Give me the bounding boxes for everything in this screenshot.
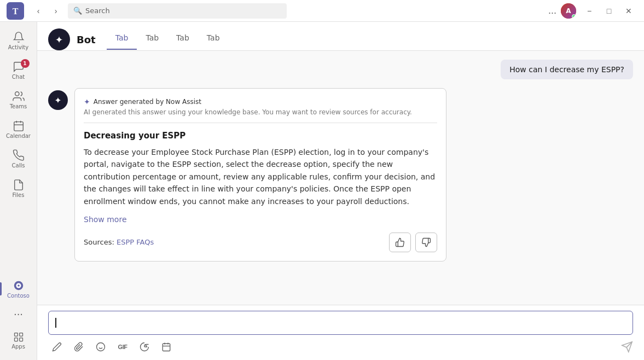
apps-icon (13, 332, 24, 342)
activity-icon (13, 31, 25, 43)
window-controls: − □ ✕ (581, 3, 637, 19)
ai-badge-text: Answer generated by Now Assist (94, 98, 201, 106)
sidebar: Activity 1 Chat Teams (0, 22, 37, 360)
tab-4[interactable]: Tab (198, 29, 229, 50)
calendar-icon (13, 120, 25, 132)
search-icon: 🔍 (73, 7, 82, 15)
schedule-button[interactable] (158, 339, 175, 355)
response-card: ✦ Answer generated by Now Assist AI gene… (74, 88, 446, 262)
format-button[interactable] (48, 339, 66, 355)
chat-badge: 1 (21, 59, 30, 68)
contoso-icon (13, 280, 25, 292)
svg-rect-11 (19, 333, 22, 336)
titlebar-right: ... A − □ ✕ (548, 3, 637, 19)
minimize-button[interactable]: − (581, 3, 598, 19)
sidebar-item-teams-label: Teams (10, 103, 27, 109)
search-placeholder: Search (85, 7, 110, 15)
sidebar-item-teams[interactable]: Teams (4, 85, 33, 114)
calls-icon (13, 149, 25, 161)
sidebar-item-contoso[interactable]: Contoso (4, 275, 33, 303)
feedback-buttons (389, 233, 437, 252)
svg-point-14 (97, 343, 105, 351)
sidebar-item-calls[interactable]: Calls (4, 144, 33, 173)
input-cursor (55, 318, 56, 328)
chat-area: How can I decrease my ESPP? ✦ ✦ Answer g… (37, 51, 644, 305)
input-toolbar: GIF (48, 339, 633, 355)
sidebar-item-calendar[interactable]: Calendar (4, 115, 33, 143)
sidebar-item-calls-label: Calls (12, 162, 25, 169)
titlebar: T ‹ › 🔍 Search ... A − □ ✕ (0, 0, 644, 22)
svg-point-2 (15, 91, 19, 95)
more-options-button[interactable]: ... (548, 5, 556, 16)
svg-rect-17 (163, 344, 170, 351)
sidebar-item-apps-label: Apps (11, 344, 25, 350)
bot-avatar: ✦ (48, 28, 70, 50)
sidebar-item-files-label: Files (13, 192, 25, 198)
sources: Sources: ESPP FAQs (84, 238, 154, 246)
gif-button[interactable]: GIF (114, 339, 131, 355)
close-button[interactable]: ✕ (620, 3, 637, 19)
ai-badge-icon: ✦ (84, 97, 90, 106)
tab-1[interactable]: Tab (107, 29, 137, 50)
ai-badge: ✦ Answer generated by Now Assist (84, 97, 437, 106)
response-footer: Sources: ESPP FAQs (84, 233, 437, 252)
user-bubble: How can I decrease my ESPP? (501, 60, 633, 79)
thumbs-down-button[interactable] (415, 233, 437, 252)
svg-point-9 (18, 284, 20, 287)
avatar-status (572, 14, 576, 19)
back-button[interactable]: ‹ (31, 3, 46, 19)
sources-label: Sources: (84, 238, 114, 246)
teams-icon (13, 90, 25, 102)
input-area: GIF (37, 305, 644, 360)
svg-rect-12 (14, 338, 18, 341)
sidebar-item-activity[interactable]: Activity (4, 26, 33, 55)
bot-header: ✦ Bot Tab Tab Tab Tab (37, 22, 644, 51)
input-box[interactable] (48, 311, 633, 335)
sidebar-item-contoso-label: Contoso (7, 293, 30, 299)
source-link[interactable]: ESPP FAQs (117, 238, 154, 246)
bot-response: ✦ ✦ Answer generated by Now Assist AI ge… (48, 88, 633, 262)
sidebar-item-files[interactable]: Files (4, 174, 33, 202)
content-area: ✦ Bot Tab Tab Tab Tab How can I decrease… (37, 22, 644, 360)
sidebar-item-chat-label: Chat (12, 74, 25, 80)
attach-button[interactable] (70, 339, 88, 355)
emoji-button[interactable] (92, 339, 109, 355)
response-title: Decreasing your ESPP (84, 131, 437, 141)
sticker-button[interactable] (136, 339, 153, 355)
tabs: Tab Tab Tab Tab (107, 29, 229, 50)
response-text: To decrease your Employee Stock Purchase… (84, 146, 437, 207)
tab-3[interactable]: Tab (167, 29, 198, 50)
user-message: How can I decrease my ESPP? (48, 60, 633, 79)
bot-name: Bot (77, 34, 96, 45)
sidebar-item-apps[interactable]: Apps (4, 326, 33, 355)
show-more-link[interactable]: Show more (84, 215, 127, 224)
tab-2[interactable]: Tab (137, 29, 167, 50)
avatar: A (561, 3, 576, 19)
send-button[interactable] (621, 341, 633, 353)
svg-rect-10 (14, 333, 18, 336)
sidebar-item-activity-label: Activity (8, 44, 28, 50)
search-bar[interactable]: 🔍 Search (68, 3, 287, 19)
svg-text:T: T (13, 7, 19, 16)
maximize-button[interactable]: □ (600, 3, 618, 19)
bot-response-avatar: ✦ (48, 90, 68, 110)
nav-buttons: ‹ › (31, 3, 63, 19)
teams-logo: T (7, 2, 24, 20)
more-apps-dots[interactable]: ··· (4, 304, 33, 324)
files-icon (13, 179, 25, 191)
thumbs-up-button[interactable] (389, 233, 411, 252)
main-layout: Activity 1 Chat Teams (0, 22, 644, 360)
sidebar-item-calendar-label: Calendar (6, 133, 31, 139)
svg-rect-3 (14, 121, 23, 131)
svg-rect-13 (19, 338, 22, 341)
ai-subtitle: AI generated this answer using your know… (84, 108, 437, 123)
bot-avatar-icon: ✦ (55, 34, 63, 45)
forward-button[interactable]: › (48, 3, 63, 19)
sidebar-item-chat[interactable]: 1 Chat (4, 56, 33, 84)
